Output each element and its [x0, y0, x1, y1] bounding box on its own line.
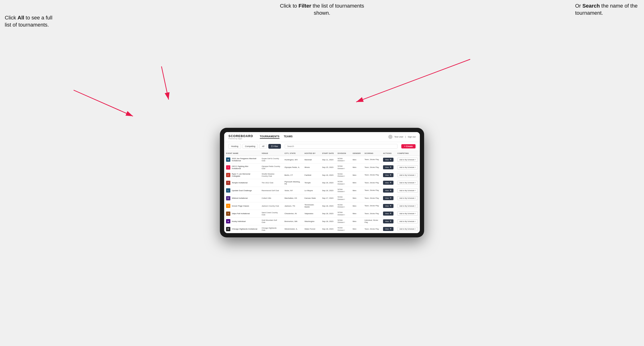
cell-gender-8: Men	[351, 217, 362, 225]
nav-separator: |	[405, 136, 406, 138]
view-button-8[interactable]: View 👁	[383, 219, 394, 223]
cell-date-2: Sep 16, 2023	[320, 171, 336, 179]
eye-icon-5: 👁	[390, 197, 392, 199]
event-name-text-9: Chicago Highlands Invitational	[232, 228, 258, 230]
add-schedule-button-7[interactable]: Add to My Schedule +	[397, 211, 418, 216]
cell-hosted-0: Marshall	[302, 156, 320, 164]
tab-hosting[interactable]: Hosting	[228, 144, 241, 149]
eye-icon-1: 👁	[390, 166, 392, 168]
cell-action-0: View 👁	[381, 156, 396, 164]
cell-scoring-1: Team, Stroke Play	[362, 164, 381, 172]
add-schedule-button-4[interactable]: Add to My Schedule +	[397, 188, 418, 192]
search-input[interactable]	[285, 144, 398, 149]
cell-action-7: View 👁	[381, 210, 396, 218]
event-name-text-8: Husky Individual	[232, 220, 246, 222]
eye-icon-2: 👁	[390, 174, 392, 176]
eye-icon-9: 👁	[390, 228, 392, 230]
col-venue: VENUE	[260, 151, 282, 156]
sign-out-link[interactable]: Sign out	[408, 136, 416, 138]
add-schedule-label-2: Add to My Schedule +	[400, 174, 416, 176]
cell-event-name-1: I OFCC Fighting Illini Invitational	[224, 164, 260, 172]
eye-icon-4: 👁	[390, 189, 392, 192]
add-schedule-button-2[interactable]: Add to My Schedule +	[397, 173, 418, 177]
view-button-6[interactable]: View 👁	[383, 204, 394, 208]
add-schedule-button-1[interactable]: Add to My Schedule +	[397, 165, 418, 169]
cell-action-5: View 👁	[381, 194, 396, 202]
team-logo-8: W	[226, 219, 230, 223]
table-row: L Upstate Dual Challenge Ravenwood Golf …	[224, 187, 420, 194]
add-schedule-button-9[interactable]: Add to My Schedule +	[397, 227, 418, 231]
cell-date-5: Sep 17, 2023	[320, 194, 336, 202]
cell-hosted-9: Wake Forest	[302, 225, 320, 233]
cell-date-4: Sep 16, 2023	[320, 187, 336, 194]
tournaments-table: EVENT NAME VENUE CITY, STATE HOSTED BY S…	[224, 151, 420, 233]
add-schedule-button-0[interactable]: Add to My Schedule +	[397, 158, 418, 162]
eye-icon-7: 👁	[390, 212, 392, 215]
view-button-9[interactable]: View 👁	[383, 227, 394, 231]
view-button-3[interactable]: View 👁	[383, 181, 394, 185]
add-schedule-button-6[interactable]: Add to My Schedule +	[397, 204, 418, 208]
view-button-1[interactable]: View 👁	[383, 165, 394, 169]
create-button[interactable]: + Create	[401, 144, 416, 149]
view-button-0[interactable]: View 👁	[383, 158, 394, 162]
eye-icon-8: 👁	[390, 220, 392, 222]
cell-division-1: NCAA Division I	[336, 164, 351, 172]
cell-action-2: View 👁	[381, 171, 396, 179]
cell-event-name-2: F Ryan T. Lee Memorial Collegiate	[224, 171, 260, 179]
view-label-7: View	[385, 212, 389, 215]
cell-venue-9: Chicago Highlands Club	[260, 225, 282, 233]
tab-all[interactable]: All	[259, 144, 267, 149]
tab-competing[interactable]: Competing	[242, 144, 258, 149]
cell-gender-5: Men	[351, 194, 362, 202]
nav-tournaments[interactable]: TOURNAMENTS	[260, 135, 280, 139]
add-schedule-button-8[interactable]: Add to My Schedule +	[397, 219, 418, 223]
cell-date-1: Sep 15, 2023	[320, 164, 336, 172]
nav-teams[interactable]: TEAMS	[284, 135, 293, 139]
team-logo-7: V	[226, 211, 230, 216]
cell-venue-3: The 1912 Club	[260, 179, 282, 187]
cell-competing-9: Add to My Schedule +	[396, 225, 420, 233]
cell-city-9: Westchester, IL	[282, 225, 302, 233]
cell-venue-6: Jackson Country Club	[260, 202, 282, 210]
view-button-7[interactable]: View 👁	[383, 211, 394, 216]
table-row: T Grover Page Classic Jackson Country Cl…	[224, 202, 420, 210]
table-row: V Valpo Fall Invitational Sand Creek Cou…	[224, 210, 420, 218]
event-name-text-0: 2023 Joe Feaganes Marshall Invitational	[232, 158, 258, 162]
col-event-name: EVENT NAME	[224, 151, 260, 156]
cell-action-3: View 👁	[381, 179, 396, 187]
cell-action-9: View 👁	[381, 225, 396, 233]
cell-gender-3: Men	[351, 179, 362, 187]
svg-line-2	[356, 59, 470, 102]
cell-venue-0: Guyan Golf & Country Club	[260, 156, 282, 164]
event-name-text-2: Ryan T. Lee Memorial Collegiate	[232, 173, 258, 177]
add-schedule-button-3[interactable]: Add to My Schedule +	[397, 181, 418, 185]
event-name-text-6: Grover Page Classic	[232, 205, 249, 207]
cell-hosted-2: Fairfield	[302, 171, 320, 179]
cell-scoring-9: Team, Stroke Play	[362, 225, 381, 233]
cell-hosted-4: Le Moyne	[302, 187, 320, 194]
cell-event-name-9: W Chicago Highlands Invitational	[224, 225, 260, 233]
top-nav: SCOREBOARD Powered by clippd TOURNAMENTS…	[224, 132, 420, 142]
filter-button[interactable]: ☰ Filter	[268, 144, 281, 149]
cell-division-4: NCAA Division I	[336, 187, 351, 194]
cell-competing-5: Add to My Schedule +	[396, 194, 420, 202]
team-logo-3: T	[226, 181, 230, 185]
cell-event-name-4: L Upstate Dual Challenge	[224, 187, 260, 194]
cell-competing-2: Add to My Schedule +	[396, 171, 420, 179]
cell-gender-1: Men	[351, 164, 362, 172]
cell-action-6: View 👁	[381, 202, 396, 210]
add-schedule-label-1: Add to My Schedule +	[400, 167, 416, 168]
cell-city-5: Manhattan, KS	[282, 194, 302, 202]
add-schedule-label-0: Add to My Schedule +	[400, 159, 416, 161]
view-button-2[interactable]: View 👁	[383, 173, 394, 177]
cell-venue-4: Ravenwood Golf Club	[260, 187, 282, 194]
cell-division-7: NCAA Division I	[336, 210, 351, 218]
add-schedule-button-5[interactable]: Add to My Schedule +	[397, 196, 418, 200]
user-name: Test User	[394, 136, 404, 138]
cell-date-0: Sep 11, 2023	[320, 156, 336, 164]
view-button-5[interactable]: View 👁	[383, 196, 394, 200]
cell-scoring-6: Team, Stroke Play	[362, 202, 381, 210]
view-label-9: View	[385, 228, 389, 230]
cell-competing-0: Add to My Schedule +	[396, 156, 420, 164]
view-button-4[interactable]: View 👁	[383, 188, 394, 192]
